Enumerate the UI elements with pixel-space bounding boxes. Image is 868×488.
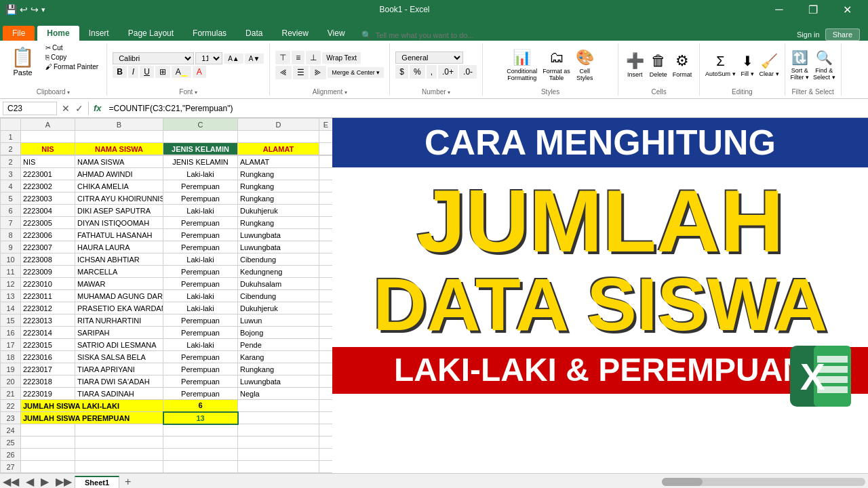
- cell-e19[interactable]: [319, 363, 333, 375]
- row-num[interactable]: 3: [1, 168, 21, 180]
- cell-d13[interactable]: Cibendung: [238, 290, 319, 302]
- cell-1-25[interactable]: [75, 436, 163, 449]
- row-num[interactable]: 5: [1, 192, 21, 205]
- cell-c11[interactable]: Perempuan: [163, 266, 238, 278]
- cell-c12[interactable]: Perempuan: [163, 278, 238, 290]
- cell-e7[interactable]: [319, 217, 333, 229]
- cell-e10[interactable]: [319, 253, 333, 266]
- cell-c4[interactable]: Perempuan: [163, 180, 238, 192]
- cell-c15[interactable]: Perempuan: [163, 314, 238, 327]
- cell-b5[interactable]: CITRA AYU KHOIRUNNISA: [75, 192, 163, 205]
- cell-4-25[interactable]: [319, 436, 333, 449]
- align-center-button[interactable]: ☰: [293, 66, 309, 79]
- find-select-button[interactable]: 🔍: [816, 49, 833, 66]
- cell-a7[interactable]: 2223005: [21, 217, 75, 229]
- cell-d15[interactable]: Luwun: [238, 314, 319, 327]
- cell-c21[interactable]: Perempuan: [163, 388, 238, 400]
- cell-1-26[interactable]: [75, 449, 163, 461]
- save-icon[interactable]: 💾: [5, 4, 17, 15]
- col-header-d[interactable]: D: [238, 119, 319, 131]
- col-header-b[interactable]: B: [75, 119, 163, 131]
- cell-e18[interactable]: [319, 351, 333, 363]
- cell-1-24[interactable]: [75, 424, 163, 436]
- cell-d12[interactable]: Dukuhsalam: [238, 278, 319, 290]
- insert-function-button[interactable]: fx: [92, 103, 104, 113]
- cell-0-25[interactable]: [21, 436, 75, 449]
- cell-a15[interactable]: 2223013: [21, 314, 75, 327]
- font-size-select[interactable]: 11: [195, 52, 222, 64]
- cell-e23[interactable]: [319, 412, 333, 424]
- cell-e17[interactable]: [319, 339, 333, 351]
- cell-d10[interactable]: Cibendung: [238, 253, 319, 266]
- cell-c1[interactable]: [163, 131, 238, 143]
- cell-e21[interactable]: [319, 388, 333, 400]
- cell-b20[interactable]: TIARA DWI SA'ADAH: [75, 375, 163, 388]
- cell-d11[interactable]: Kedungneng: [238, 266, 319, 278]
- cell-a14[interactable]: 2223012: [21, 302, 75, 314]
- title-bar-left[interactable]: 💾 ↩ ↪ ▾: [5, 4, 45, 15]
- cell-a6[interactable]: 2223004: [21, 205, 75, 217]
- cell-b19[interactable]: TIARA APRIYANI: [75, 363, 163, 375]
- cell-d2[interactable]: ALAMAT: [238, 156, 319, 168]
- cell-a22[interactable]: JUMLAH SISWA LAKI-LAKI: [21, 400, 163, 412]
- cell-0-24[interactable]: [21, 424, 75, 436]
- row-num[interactable]: 15: [1, 314, 21, 327]
- cell-1-27[interactable]: [75, 461, 163, 473]
- cell-2-26[interactable]: [163, 449, 238, 461]
- tab-file[interactable]: File: [3, 26, 35, 41]
- clear-button[interactable]: 🧹: [761, 53, 778, 69]
- row-num[interactable]: 8: [1, 229, 21, 241]
- cell-b14[interactable]: PRASETIO EKA WARDANA: [75, 302, 163, 314]
- cell-d3[interactable]: Rungkang: [238, 168, 319, 180]
- cancel-formula-button[interactable]: ✕: [60, 103, 72, 114]
- cell-a2[interactable]: NIS: [21, 156, 75, 168]
- align-top-button[interactable]: ⊤: [275, 51, 290, 64]
- cell-a4[interactable]: 2223002: [21, 180, 75, 192]
- row-num[interactable]: 14: [1, 302, 21, 314]
- currency-button[interactable]: $: [395, 65, 408, 79]
- row-num[interactable]: 22: [1, 400, 21, 412]
- row-num[interactable]: 12: [1, 278, 21, 290]
- cell-d16[interactable]: Bojong: [238, 327, 319, 339]
- cell-0-27[interactable]: [21, 461, 75, 473]
- cell-b4[interactable]: CHIKA AMELIA: [75, 180, 163, 192]
- row-num[interactable]: 23: [1, 412, 21, 424]
- undo-icon[interactable]: ↩: [20, 4, 28, 15]
- cell-d14[interactable]: Dukuhjeruk: [238, 302, 319, 314]
- cell-c13[interactable]: Laki-laki: [163, 290, 238, 302]
- cell-a20[interactable]: 2223018: [21, 375, 75, 388]
- merge-center-button[interactable]: Merge & Center ▾: [328, 67, 384, 78]
- minimize-button[interactable]: ─: [764, 0, 795, 19]
- font-color-button[interactable]: A: [193, 66, 206, 78]
- cell-e11[interactable]: [319, 266, 333, 278]
- cell-0-26[interactable]: [21, 449, 75, 461]
- autosum-button[interactable]: Σ: [716, 54, 724, 69]
- font-name-select[interactable]: Calibri: [113, 52, 194, 64]
- add-sheet-button[interactable]: +: [121, 476, 135, 488]
- cell-c14[interactable]: Laki-laki: [163, 302, 238, 314]
- cell-c18[interactable]: Perempuan: [163, 351, 238, 363]
- cell-c9[interactable]: Perempuan: [163, 241, 238, 253]
- cell-b9[interactable]: HAURA LAURA: [75, 241, 163, 253]
- cell-a16[interactable]: 2223014: [21, 327, 75, 339]
- fill-button[interactable]: ⬇: [742, 53, 753, 69]
- cut-button[interactable]: ✂ Cut: [43, 43, 101, 52]
- cell-e8[interactable]: [319, 229, 333, 241]
- cell-c3[interactable]: Laki-laki: [163, 168, 238, 180]
- cell-d19[interactable]: Rungkang: [238, 363, 319, 375]
- fill-color-button[interactable]: A▁: [172, 66, 191, 78]
- cell-a23[interactable]: JUMLAH SISWA PEREMPUAN: [21, 412, 163, 424]
- sheet-nav-prev[interactable]: ◀: [23, 475, 37, 488]
- horizontal-scrollbar-thumb[interactable]: [662, 478, 703, 486]
- cell-d21[interactable]: Negla: [238, 388, 319, 400]
- cell-b6[interactable]: DIKI ASEP SAPUTRA: [75, 205, 163, 217]
- tab-formulas[interactable]: Formulas: [183, 26, 236, 41]
- h-scrollbar[interactable]: [135, 478, 868, 486]
- copy-button[interactable]: ⎘ Copy: [43, 53, 101, 62]
- cell-c17[interactable]: Laki-laki: [163, 339, 238, 351]
- cell-b3[interactable]: AHMAD AWINDI: [75, 168, 163, 180]
- cell-d5[interactable]: Rungkang: [238, 192, 319, 205]
- cell-e22[interactable]: [319, 400, 333, 412]
- cell-b16[interactable]: SARIPAH: [75, 327, 163, 339]
- cell-c23[interactable]: 13: [163, 412, 238, 424]
